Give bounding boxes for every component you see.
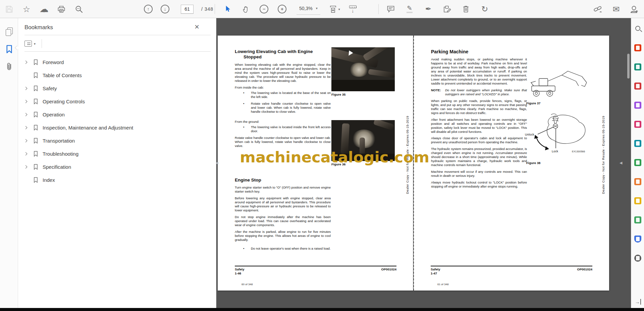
tool-combine-files[interactable]	[631, 76, 644, 96]
bookmark-item-safety[interactable]: Safety	[18, 82, 216, 95]
bookmarks-panel-title: Bookmarks	[24, 24, 53, 31]
tool-create-pdf[interactable]	[631, 57, 644, 76]
search-icon	[75, 5, 83, 13]
zoom-out-button[interactable]: −	[258, 2, 270, 16]
redo-icon: ↻	[481, 5, 488, 13]
tool-zoom-tools[interactable]	[631, 18, 644, 38]
account-button[interactable]	[629, 2, 640, 16]
find-button[interactable]	[73, 2, 85, 16]
note-text: Do not lower outriggers when parking. Ma…	[445, 88, 527, 96]
figure-37-drawing	[526, 65, 591, 100]
fit-width-button[interactable]: ▾	[329, 2, 340, 16]
delete-button[interactable]	[460, 2, 472, 16]
page-total-label: / 348	[201, 6, 213, 12]
export-icon	[634, 140, 641, 147]
expand-chevron-icon[interactable]	[24, 166, 34, 168]
body-paragraph: After front attachment has been lowered …	[431, 118, 527, 134]
bookmark-item-operating-controls[interactable]: Operating Controls	[18, 95, 216, 108]
bookmark-item-transportation[interactable]: Transportation	[18, 134, 216, 147]
tool-export-pdf[interactable]	[631, 38, 644, 57]
bookmark-ribbon-icon	[34, 112, 43, 117]
cloud-upload-button[interactable]: ☁ ↑	[38, 2, 50, 16]
highlighter-strip	[407, 12, 413, 13]
bookmark-item-specification[interactable]: Specification	[18, 160, 216, 173]
bookmark-item-operation[interactable]: Operation	[18, 108, 216, 121]
unlock-label: Unlock	[525, 133, 534, 136]
export-pdf-icon	[634, 44, 641, 51]
body-sublabel: From inside the cab:	[235, 86, 331, 89]
close-panel-button[interactable]: ×	[195, 23, 199, 31]
select-tool-button[interactable]	[222, 2, 233, 16]
expand-chevron-icon[interactable]	[24, 153, 34, 155]
expand-chevron-icon[interactable]	[24, 87, 34, 90]
tool-fill-sign[interactable]	[631, 115, 644, 134]
expand-chevron-icon[interactable]	[24, 100, 34, 103]
scrollbar-thumb[interactable]	[627, 54, 630, 79]
edit-page-button[interactable]	[441, 2, 453, 16]
next-page-button[interactable]: ↓	[159, 2, 171, 16]
attachments-tab[interactable]	[0, 58, 18, 75]
sign-button[interactable]: ✒	[423, 2, 434, 16]
bookmark-item-inspection-maintenance[interactable]: Inspection, Maintenance and Adjustment	[18, 121, 216, 134]
bookmark-item-index[interactable]: Index	[18, 173, 216, 187]
select-cursor-icon	[225, 5, 231, 13]
bookmark-item-table-of-contents[interactable]: Table of Contents	[18, 69, 216, 82]
zoom-level-value: 50,3%	[299, 6, 313, 11]
collapse-left-panel-handle[interactable]: ◀	[216, 161, 218, 165]
send-mail-button[interactable]: ✉	[610, 2, 622, 16]
tool-request-signatures[interactable]	[631, 96, 644, 115]
expand-chevron-icon[interactable]	[24, 61, 34, 63]
share-link-button[interactable]	[592, 2, 604, 16]
edit-pdf-icon	[634, 159, 641, 166]
note-block: NOTE: Do not lower outriggers when parki…	[431, 88, 527, 96]
tool-organize-pages[interactable]	[631, 172, 644, 191]
next-page-icon: ↓	[161, 5, 169, 13]
cloud-upload-arrow: ↑	[43, 9, 45, 14]
toolbar-divider	[215, 4, 215, 14]
print-button[interactable]	[56, 2, 67, 16]
protect-shield-icon	[634, 236, 641, 243]
tool-more-tools[interactable]	[631, 249, 644, 268]
tool-scan-ocr[interactable]	[631, 210, 644, 229]
redo-button[interactable]: ↻	[479, 2, 490, 16]
page-thumbnails-tab[interactable]	[0, 23, 18, 40]
expand-chevron-icon[interactable]	[24, 113, 34, 116]
section-heading: Engine Stop	[235, 177, 331, 183]
hand-tool-button[interactable]	[240, 2, 252, 16]
bookmarks-tab[interactable]	[0, 40, 18, 58]
page-number-input[interactable]	[181, 5, 194, 14]
star-favorite-button[interactable]: ☆	[21, 2, 32, 16]
document-viewport[interactable]: Lowering Elevating Cab with Engine Stopp…	[216, 18, 631, 308]
comment-button[interactable]	[385, 2, 396, 16]
expand-chevron-icon[interactable]	[24, 140, 34, 142]
bookmark-ribbon-icon	[34, 164, 43, 170]
page-scrolling-button[interactable]: ↓	[347, 2, 359, 16]
highlight-button[interactable]: ✎	[404, 2, 415, 16]
chevron-down-icon: ▾	[34, 42, 36, 46]
document-page-right: Parking Machine Avoid making sudden stop…	[414, 36, 609, 291]
bookmark-item-troubleshooting[interactable]: Troubleshooting	[18, 147, 216, 160]
combine-files-icon	[634, 83, 641, 90]
note-label: NOTE:	[431, 88, 442, 96]
vertical-scrollbar[interactable]	[627, 18, 630, 308]
panel-separator	[24, 35, 211, 35]
figure-caption: Figure 35	[331, 93, 395, 96]
previous-page-button[interactable]: ↑	[143, 2, 154, 16]
tool-edit-pdf[interactable]	[631, 153, 644, 172]
zoom-in-button[interactable]: +	[276, 2, 288, 16]
body-paragraph: When lowering elevating cab with the eng…	[235, 63, 331, 83]
expand-chevron-icon[interactable]	[24, 126, 34, 129]
bookmark-options-button[interactable]: ▾	[24, 41, 36, 47]
open-tools-pane-button[interactable]: →	[631, 299, 644, 305]
figure-caption: Figure 38	[526, 161, 540, 165]
tool-export[interactable]	[631, 134, 644, 153]
organize-pages-icon	[634, 178, 641, 185]
collapse-right-panel-handle[interactable]: ◀	[620, 161, 622, 165]
bookmark-ribbon-icon	[34, 86, 43, 91]
zoom-level-dropdown[interactable]: 50,3% ▾	[297, 3, 320, 15]
tool-protect[interactable]	[631, 229, 644, 249]
bookmark-item-foreword[interactable]: Foreword	[18, 56, 216, 69]
save-button[interactable]	[3, 2, 15, 16]
bullet-item: The lowering valve is located inside the…	[235, 125, 331, 133]
tool-comment[interactable]	[631, 191, 644, 210]
